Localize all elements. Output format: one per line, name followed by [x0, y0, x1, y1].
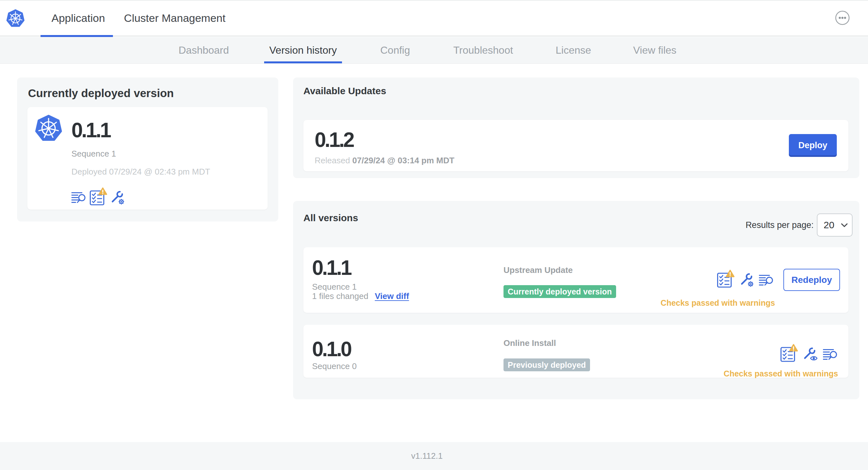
window-top-edge	[0, 0, 868, 1]
tab-config[interactable]: Config	[375, 37, 415, 63]
overflow-menu-button[interactable]	[835, 11, 850, 25]
results-per-page-value: 20	[824, 220, 834, 231]
subnav: Dashboard Version history Config Trouble…	[0, 37, 868, 64]
all-versions-panel: All versions Results per page: 20 0.1.1 …	[293, 201, 859, 399]
config-gear-icon[interactable]	[740, 272, 754, 287]
current-version-number: 0.1.1	[71, 120, 110, 140]
preflight-checks-warning-icon[interactable]	[717, 269, 735, 288]
current-version-deployed-date: Deployed 07/29/24 @ 02:43 pm MDT	[71, 167, 210, 176]
tab-cluster-management-label: Cluster Management	[124, 12, 225, 25]
current-version-actions	[71, 187, 125, 205]
update-version-number: 0.1.2	[315, 130, 353, 150]
results-per-page-label: Results per page:	[745, 220, 814, 230]
checks-status: Checks passed with warnings	[723, 370, 838, 378]
app-kubernetes-icon	[35, 114, 62, 143]
released-prefix: Released	[315, 156, 350, 165]
tab-cluster-management[interactable]: Cluster Management	[113, 0, 234, 36]
tab-view-files-label: View files	[633, 44, 677, 56]
tab-license-label: License	[556, 44, 591, 56]
current-version-card: 0.1.1 Sequence 1 Deployed 07/29/24 @ 02:…	[27, 107, 268, 210]
subnav-tabs: Dashboard Version history Config Trouble…	[0, 37, 868, 63]
tab-view-files[interactable]: View files	[628, 37, 682, 63]
chevron-down-icon	[841, 223, 848, 227]
app-header: Application Cluster Management	[0, 0, 868, 36]
current-version-panel: Currently deployed version 0.1.1 Sequenc…	[17, 77, 278, 222]
row-sequence: Sequence 1	[312, 282, 357, 291]
view-logs-icon[interactable]	[823, 349, 838, 361]
row-actions	[780, 342, 838, 362]
current-version-sequence: Sequence 1	[71, 149, 116, 158]
config-gear-icon[interactable]	[110, 190, 125, 205]
view-config-eye-icon[interactable]	[803, 347, 818, 361]
tab-license[interactable]: License	[551, 37, 596, 63]
row-files-changed: 1 files changed View diff	[312, 292, 409, 300]
row-version-number: 0.1.1	[312, 258, 351, 278]
results-per-page: Results per page: 20	[745, 213, 852, 237]
view-logs-icon[interactable]	[71, 192, 87, 204]
tab-application[interactable]: Application	[40, 0, 113, 36]
app-tabs: Application Cluster Management	[40, 0, 234, 36]
available-update-card: 0.1.2 Released 07/29/24 @ 03:14 pm MDT D…	[303, 120, 848, 171]
update-released-date: Released 07/29/24 @ 03:14 pm MDT	[315, 156, 454, 165]
version-row: 0.1.1 Sequence 1 1 files changed View di…	[303, 247, 848, 313]
row-version-number: 0.1.0	[312, 339, 351, 360]
console-version: v1.112.1	[411, 451, 443, 461]
tab-version-history[interactable]: Version history	[264, 37, 342, 63]
tab-troubleshoot[interactable]: Troubleshoot	[448, 37, 518, 63]
checks-status: Checks passed with warnings	[660, 299, 775, 307]
row-source-label: Upstream Update	[503, 266, 573, 274]
tab-troubleshoot-label: Troubleshoot	[453, 44, 513, 56]
redeploy-button[interactable]: Redeploy	[783, 269, 840, 291]
tab-version-history-label: Version history	[269, 44, 337, 56]
row-source-label: Online Install	[503, 339, 556, 347]
tab-config-label: Config	[380, 44, 410, 56]
row-sequence: Sequence 0	[312, 362, 357, 370]
version-row: 0.1.0 Sequence 0 Online Install Previous…	[303, 325, 848, 378]
tab-dashboard[interactable]: Dashboard	[174, 37, 234, 63]
current-version-title: Currently deployed version	[28, 88, 174, 99]
available-updates-title: Available Updates	[303, 86, 386, 96]
preflight-checks-warning-icon[interactable]	[90, 187, 107, 205]
preflight-checks-warning-icon[interactable]	[780, 344, 798, 362]
files-changed-label: 1 files changed	[312, 292, 368, 300]
tab-dashboard-label: Dashboard	[179, 44, 229, 56]
deploy-button[interactable]: Deploy	[789, 134, 837, 157]
ellipsis-icon	[835, 11, 850, 25]
results-per-page-select[interactable]: 20	[817, 213, 852, 237]
available-updates-panel: Available Updates 0.1.2 Released 07/29/2…	[293, 77, 859, 178]
all-versions-title: All versions	[303, 213, 358, 223]
kubernetes-logo	[6, 9, 25, 28]
view-diff-link[interactable]: View diff	[375, 292, 409, 300]
row-actions	[717, 268, 774, 288]
status-badge: Previously deployed	[503, 359, 590, 371]
released-date: 07/29/24 @ 03:14 pm MDT	[352, 156, 454, 165]
status-badge: Currently deployed version	[503, 285, 616, 298]
tab-application-label: Application	[52, 12, 105, 25]
footer: v1.112.1	[0, 442, 868, 470]
view-logs-icon[interactable]	[759, 274, 774, 287]
